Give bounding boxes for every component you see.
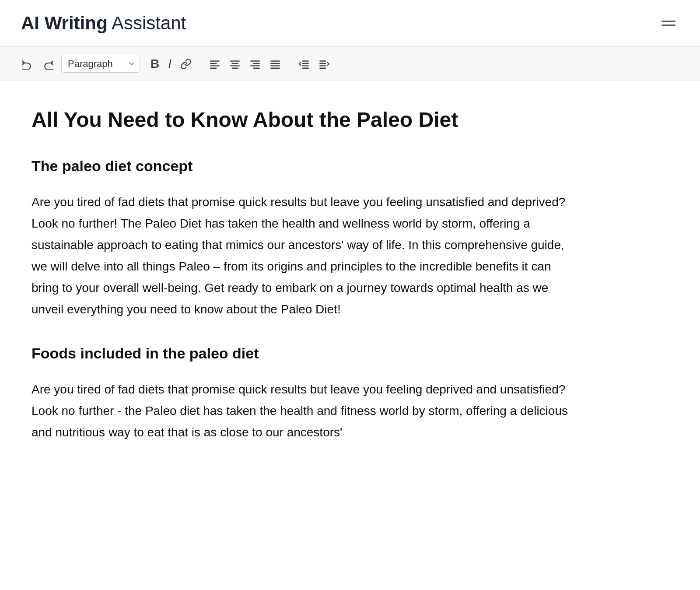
hamburger-line-2 [662,25,676,26]
italic-icon: I [168,58,172,70]
document-title: All You Need to Know About the Paleo Die… [32,107,581,133]
indent-decrease-button[interactable] [295,56,313,72]
editor-toolbar: Paragraph Heading 1 Heading 2 Heading 3 … [0,47,700,81]
bold-button[interactable]: B [147,55,163,73]
title-light: Assistant [108,13,186,33]
section-body-2: Are you tired of fad diets that promise … [32,379,581,443]
format-group: B I [147,55,195,73]
align-center-button[interactable] [226,56,244,72]
bold-icon: B [150,58,159,70]
align-group [206,56,284,72]
hamburger-line-1 [662,21,676,22]
undo-button[interactable] [18,56,36,72]
italic-button[interactable]: I [164,55,175,73]
align-left-button[interactable] [206,56,224,72]
redo-button[interactable] [39,56,58,72]
menu-button[interactable] [658,17,679,29]
indent-increase-button[interactable] [315,56,333,72]
section-heading-1: The paleo diet concept [32,154,581,179]
app-title: AI Writing Assistant [21,12,186,34]
editor-content[interactable]: All You Need to Know About the Paleo Die… [0,81,612,490]
title-bold: AI Writing [21,13,108,33]
indent-group [295,56,333,72]
section-body-1: Are you tired of fad diets that promise … [32,191,581,320]
link-button[interactable] [177,56,195,72]
paragraph-style-select[interactable]: Paragraph Heading 1 Heading 2 Heading 3 [61,55,140,73]
align-justify-button[interactable] [266,56,284,72]
section-heading-2: Foods included in the paleo diet [32,341,581,366]
app-header: AI Writing Assistant [0,0,700,47]
align-right-button[interactable] [246,56,264,72]
